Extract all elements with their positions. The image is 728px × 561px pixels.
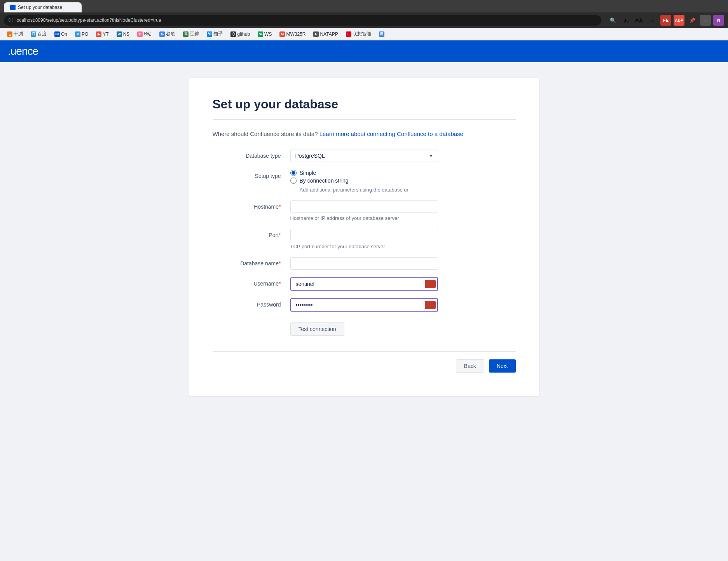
username-row: Username* sentinel ···: [213, 277, 516, 291]
password-credential-icon[interactable]: ···: [425, 301, 436, 309]
url-text: localhost:8090/setup/setupdbtype-start.a…: [16, 17, 161, 23]
bookmark-douban[interactable]: 豆 豆瓣: [180, 30, 202, 38]
bookmark-favicon: 🔥: [7, 31, 12, 37]
password-credential-dots-icon: ···: [428, 303, 432, 307]
bookmark-label: 百度: [37, 31, 47, 37]
port-label: Port*: [213, 229, 290, 238]
setup-type-radio-group: Simple By connection string Add addition…: [290, 170, 454, 193]
password-label: Password: [213, 298, 290, 308]
bookmark-label: 联想智能: [353, 31, 371, 37]
abp-extension[interactable]: ABP: [674, 15, 684, 26]
test-connection-spacer: [213, 319, 290, 322]
bookmark-lenovo[interactable]: L 联想智能: [343, 30, 374, 38]
hostname-label: Hostname*: [213, 200, 290, 210]
address-bar: ⓘ localhost:8090/setup/setupdbtype-start…: [0, 12, 728, 28]
database-type-field: PostgreSQL MySQL Microsoft SQL Server Or…: [290, 150, 454, 162]
username-input[interactable]: sentinel: [290, 277, 438, 291]
bookmark-label: 知乎: [213, 31, 223, 37]
bookmark-favicon: L: [346, 31, 351, 37]
credential-dots-icon: ···: [428, 282, 432, 286]
next-button[interactable]: Next: [489, 359, 516, 373]
bookmark-zhihu[interactable]: 知 知乎: [204, 30, 226, 38]
bookmark-favicon: On: [54, 31, 60, 37]
bookmark-label: On: [61, 31, 67, 37]
username-field: sentinel ···: [290, 277, 454, 291]
database-name-input[interactable]: [290, 257, 438, 270]
username-credential-icon[interactable]: ···: [425, 280, 436, 288]
bookmark-favicon: N: [313, 31, 319, 37]
database-type-select[interactable]: PostgreSQL MySQL Microsoft SQL Server Or…: [290, 150, 438, 162]
bookmark-label: NS: [123, 31, 130, 37]
nb-extension[interactable]: N: [713, 15, 724, 26]
bookmark-label: MW325R: [286, 31, 306, 37]
radio-simple-label: Simple: [300, 170, 316, 176]
password-input-wrapper: ···: [290, 298, 438, 312]
learn-more-link[interactable]: Learn more about connecting Confluence t…: [319, 131, 463, 137]
database-name-label: Database name*: [213, 257, 290, 267]
bookmark-label: github: [237, 31, 250, 37]
database-type-row: Database type PostgreSQL MySQL Microsoft…: [213, 150, 516, 162]
bookmark-label: PO: [82, 31, 88, 37]
database-name-row: Database name*: [213, 257, 516, 270]
bookmark-baidu[interactable]: 百 百度: [28, 30, 50, 38]
connection-string-hint: Add additional parameters using the data…: [300, 187, 454, 193]
page-title: Set up your database: [213, 97, 516, 112]
search-icon-btn[interactable]: 🔍: [608, 15, 618, 26]
bookmarks-bar: 🔥 十渊 百 百度 On On P PO ▶ YT W NS B B站 G 谷歌…: [0, 28, 728, 40]
username-label: Username*: [213, 277, 290, 287]
password-field: ···: [290, 298, 454, 312]
pin-extension[interactable]: 📌: [687, 15, 698, 26]
bookmark-label: YT: [103, 31, 108, 37]
radio-simple[interactable]: [290, 170, 297, 176]
bookmark-on[interactable]: On On: [51, 30, 70, 38]
database-name-field: [290, 257, 454, 270]
bookmark-favicon: 译: [379, 31, 384, 37]
bookmark-trans[interactable]: 译: [376, 30, 388, 38]
database-type-dropdown-wrapper: PostgreSQL MySQL Microsoft SQL Server Or…: [290, 150, 438, 162]
bookmark-bili[interactable]: B B站: [134, 30, 155, 38]
database-name-required: *: [279, 260, 281, 267]
bookmark-yt[interactable]: ▶ YT: [93, 30, 112, 38]
bookmark-google[interactable]: G 谷歌: [156, 30, 178, 38]
bookmark-label: 谷歌: [166, 31, 175, 37]
test-connection-button[interactable]: Test connection: [290, 322, 344, 336]
translate-icon-btn[interactable]: あ: [621, 15, 632, 26]
browser-toolbar-icons: 🔍 あ Aあ ☆ FE ABP 📌 ··· N: [608, 15, 724, 26]
title-divider: [213, 119, 516, 120]
bookmark-natapp[interactable]: N NATAPP: [310, 30, 341, 38]
confluence-header: .uence: [0, 40, 728, 62]
bookmark-label: WS: [264, 31, 272, 37]
setup-container: Set up your database Where should Conflu…: [189, 78, 539, 396]
bookmark-favicon: 知: [207, 31, 212, 37]
bookmark-favicon: W: [117, 31, 122, 37]
bookmark-ws[interactable]: ≫ WS: [255, 30, 275, 38]
fe-extension[interactable]: FE: [660, 15, 671, 26]
hostname-input[interactable]: [290, 200, 438, 213]
port-input[interactable]: [290, 229, 438, 241]
address-input-wrapper[interactable]: ⓘ localhost:8090/setup/setupdbtype-start…: [4, 15, 601, 26]
more-extensions[interactable]: ···: [700, 15, 711, 26]
bookmark-po[interactable]: P PO: [72, 30, 91, 38]
radio-connection-string-option[interactable]: By connection string: [290, 178, 454, 184]
bookmark-wp[interactable]: W NS: [113, 30, 133, 38]
bookmark-label: B站: [144, 31, 152, 37]
bookmark-github[interactable]: ⬡ github: [227, 30, 253, 38]
bookmark-label: 豆瓣: [190, 31, 199, 37]
back-button[interactable]: Back: [456, 359, 484, 373]
test-connection-row: Test connection: [213, 319, 516, 336]
password-input[interactable]: [290, 298, 438, 312]
browser-chrome: Set up your database ⓘ localhost:8090/se…: [0, 0, 728, 28]
tab-title: Set up your database: [18, 5, 62, 10]
favorites-icon-btn[interactable]: ☆: [647, 15, 658, 26]
bookmark-shiyuan[interactable]: 🔥 十渊: [4, 30, 26, 38]
bookmark-favicon: ▶: [96, 31, 101, 37]
bookmark-favicon: ≫: [258, 31, 263, 37]
radio-connection-string[interactable]: [290, 178, 297, 184]
bookmark-mw[interactable]: M MW325R: [276, 30, 309, 38]
active-tab[interactable]: Set up your database: [4, 2, 82, 12]
radio-simple-option[interactable]: Simple: [290, 170, 454, 176]
read-icon-btn[interactable]: Aあ: [634, 15, 645, 26]
bookmark-label: NATAPP: [320, 31, 338, 37]
bookmark-favicon: P: [75, 31, 80, 37]
username-required: *: [279, 280, 281, 287]
